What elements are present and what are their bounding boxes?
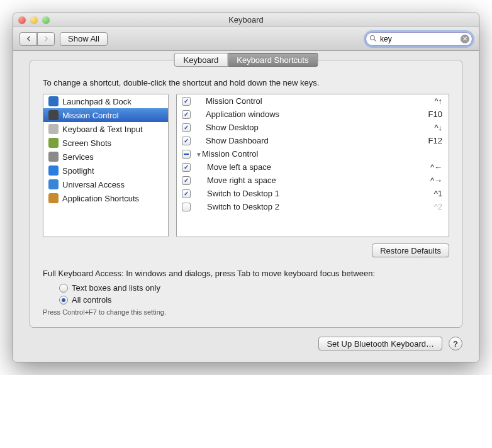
shortcut-name: Move right a space (196, 176, 425, 185)
category-icon (48, 165, 59, 176)
category-row[interactable]: Launchpad & Dock (43, 94, 168, 108)
radio-label: Text boxes and lists only (72, 283, 160, 293)
shortcut-name: Move left a space (196, 162, 425, 172)
shortcut-key[interactable]: ^↓ (434, 123, 442, 132)
fka-option[interactable]: Text boxes and lists only (59, 282, 449, 294)
svg-line-1 (374, 39, 376, 41)
close-button[interactable] (18, 16, 26, 24)
shortcut-name: Show Desktop (196, 123, 429, 132)
restore-defaults-button[interactable]: Restore Defaults (372, 244, 449, 257)
category-label: Keyboard & Text Input (62, 125, 143, 134)
bluetooth-keyboard-button[interactable]: Set Up Bluetooth Keyboard… (318, 337, 442, 350)
category-label: Application Shortcuts (62, 194, 139, 203)
show-all-button[interactable]: Show All (60, 32, 108, 46)
tab-keyboard-shortcuts[interactable]: Keyboard Shortcuts (228, 53, 318, 67)
description-text: To change a shortcut, double-click the s… (43, 78, 449, 87)
split-columns: Launchpad & DockMission ControlKeyboard … (43, 94, 449, 237)
fka-prompt: Full Keyboard Access: In windows and dia… (43, 269, 449, 278)
category-list[interactable]: Launchpad & DockMission ControlKeyboard … (43, 94, 169, 237)
full-keyboard-access: Full Keyboard Access: In windows and dia… (43, 269, 449, 316)
fka-hint: Press Control+F7 to change this setting. (43, 308, 449, 316)
shortcut-name: Switch to Desktop 1 (196, 189, 429, 198)
search-input[interactable] (366, 32, 472, 46)
zoom-button[interactable] (42, 16, 50, 24)
shortcut-key[interactable]: ^↑ (434, 96, 442, 106)
shortcut-row[interactable]: ✓Show Desktop^↓ (177, 121, 449, 134)
fka-option[interactable]: All controls (59, 294, 449, 306)
shortcut-key[interactable]: F10 (428, 109, 442, 119)
preferences-window: Keyboard Show All ✕ KeyboardKeyboard Sho… (13, 13, 479, 362)
category-row[interactable]: Spotlight (43, 164, 168, 177)
svg-point-0 (371, 35, 375, 40)
window-title: Keyboard (13, 15, 479, 25)
shortcut-name: Show Dashboard (196, 136, 423, 145)
shortcut-key[interactable]: ^← (430, 162, 442, 172)
category-row[interactable]: Keyboard & Text Input (43, 122, 168, 136)
category-label: Services (62, 152, 94, 162)
category-row[interactable]: Mission Control (43, 108, 168, 122)
category-icon (48, 138, 59, 148)
minimize-button[interactable] (30, 16, 38, 24)
shortcut-key[interactable]: ^→ (430, 176, 442, 185)
shortcut-row[interactable]: ✓Switch to Desktop 1^1 (177, 187, 449, 200)
fka-options: Text boxes and lists onlyAll controls (59, 282, 449, 306)
shortcut-row[interactable]: Switch to Desktop 2^2 (177, 200, 449, 213)
shortcut-checkbox[interactable]: ✓ (182, 189, 191, 198)
shortcut-row[interactable]: ▼Mission Control (177, 147, 449, 160)
category-icon (48, 96, 59, 106)
window-controls (18, 16, 50, 24)
category-label: Universal Access (62, 180, 125, 189)
search-field: ✕ (366, 32, 472, 46)
titlebar: Keyboard (13, 13, 479, 27)
category-row[interactable]: Screen Shots (43, 136, 168, 150)
tab-view: KeyboardKeyboard Shortcuts To change a s… (30, 60, 462, 328)
category-label: Screen Shots (62, 138, 111, 148)
shortcut-row[interactable]: ✓Move right a space^→ (177, 174, 449, 187)
shortcut-key[interactable]: ^1 (434, 189, 442, 198)
shortcut-checkbox[interactable]: ✓ (182, 123, 191, 132)
search-icon (369, 35, 377, 44)
shortcut-checkbox[interactable] (182, 150, 191, 159)
shortcut-checkbox[interactable]: ✓ (182, 176, 191, 185)
shortcut-row[interactable]: ✓Mission Control^↑ (177, 94, 449, 108)
radio-button[interactable] (59, 284, 68, 293)
shortcut-checkbox[interactable] (182, 203, 191, 211)
radio-label: All controls (72, 295, 112, 305)
category-row[interactable]: Universal Access (43, 177, 168, 191)
tab-keyboard[interactable]: Keyboard (174, 53, 228, 67)
category-label: Launchpad & Dock (62, 97, 131, 106)
shortcut-row[interactable]: ✓Show DashboardF12 (177, 134, 449, 147)
shortcut-key[interactable]: ^2 (434, 202, 442, 211)
category-icon (48, 152, 59, 162)
category-icon (48, 110, 59, 120)
category-icon (48, 124, 59, 134)
category-label: Spotlight (62, 166, 94, 176)
help-button[interactable]: ? (449, 337, 462, 350)
category-row[interactable]: Application Shortcuts (43, 191, 168, 205)
clear-search-icon[interactable]: ✕ (461, 35, 469, 43)
disclosure-triangle-icon[interactable]: ▼ (196, 151, 202, 158)
tab-bar: KeyboardKeyboard Shortcuts (174, 53, 318, 67)
radio-button[interactable] (59, 296, 68, 305)
category-label: Mission Control (62, 111, 119, 120)
bottom-row: Set Up Bluetooth Keyboard… ? (30, 337, 462, 350)
shortcut-key[interactable]: F12 (428, 136, 442, 145)
category-row[interactable]: Services (43, 150, 168, 164)
content-area: KeyboardKeyboard Shortcuts To change a s… (13, 51, 479, 362)
shortcut-list[interactable]: ✓Mission Control^↑✓Application windowsF1… (176, 94, 449, 237)
shortcut-checkbox[interactable]: ✓ (182, 97, 191, 106)
category-icon (48, 179, 59, 189)
shortcut-checkbox[interactable]: ✓ (182, 110, 191, 119)
back-button[interactable] (20, 32, 37, 46)
shortcut-checkbox[interactable]: ✓ (182, 163, 191, 172)
shortcut-row[interactable]: ✓Move left a space^← (177, 160, 449, 174)
shortcut-name: Application windows (196, 109, 423, 119)
category-icon (48, 193, 59, 203)
help-icon: ? (453, 339, 458, 349)
nav-buttons (20, 32, 55, 46)
shortcut-name: ▼Mission Control (196, 149, 437, 159)
forward-button[interactable] (37, 32, 55, 46)
shortcut-row[interactable]: ✓Application windowsF10 (177, 108, 449, 121)
toolbar: Show All ✕ (13, 27, 479, 51)
shortcut-checkbox[interactable]: ✓ (182, 137, 191, 145)
